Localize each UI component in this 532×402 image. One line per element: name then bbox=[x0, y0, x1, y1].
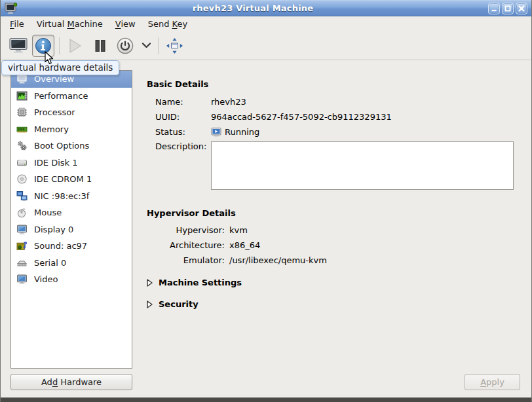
hw-item-label: Overview bbox=[34, 74, 74, 84]
close-button[interactable] bbox=[516, 3, 527, 14]
virtual-machine-window: rhevh23 Virtual Machine File Virtual Mac… bbox=[0, 0, 532, 402]
emulator-value: /usr/libexec/qemu-kvm bbox=[229, 255, 514, 265]
hw-item-label: IDE Disk 1 bbox=[34, 158, 78, 168]
hw-item-label: Display 0 bbox=[34, 225, 73, 234]
console-icon bbox=[9, 37, 28, 54]
menubar: File Virtual Machine View Send Key bbox=[1, 16, 531, 31]
tooltip: virtual hardware details bbox=[1, 60, 119, 75]
minimize-button[interactable] bbox=[488, 3, 500, 14]
add-hardware-button[interactable]: Add Hardware bbox=[10, 374, 132, 390]
hw-item-label: Processor bbox=[34, 107, 75, 117]
hw-item-performance[interactable]: Performance bbox=[11, 88, 132, 105]
hw-item-label: Performance bbox=[34, 91, 88, 101]
pause-icon bbox=[94, 39, 107, 53]
name-value: rhevh23 bbox=[211, 97, 514, 107]
running-vm-icon bbox=[211, 127, 221, 137]
run-button[interactable] bbox=[64, 35, 86, 57]
shutdown-menu-button[interactable] bbox=[139, 35, 153, 57]
machine-settings-expander[interactable]: Machine Settings bbox=[147, 278, 242, 287]
window-bottom-frame bbox=[1, 397, 531, 402]
status-value: Running bbox=[225, 127, 259, 137]
expander-label: Machine Settings bbox=[159, 278, 242, 287]
menu-file[interactable]: File bbox=[10, 19, 24, 29]
mouse-cursor-icon bbox=[44, 51, 54, 68]
processor-icon bbox=[16, 107, 28, 118]
uuid-label: UUID: bbox=[155, 112, 211, 122]
hardware-list: Overview Performance Processor Memory bbox=[10, 70, 132, 369]
titlebar: rhevh23 Virtual Machine bbox=[1, 0, 531, 16]
architecture-value: x86_64 bbox=[229, 240, 514, 250]
boot-options-icon bbox=[16, 140, 28, 151]
hw-item-boot-options[interactable]: Boot Options bbox=[11, 137, 132, 155]
hw-item-nic[interactable]: NIC :98:ec:3f bbox=[11, 188, 132, 205]
menu-view[interactable]: View bbox=[115, 19, 136, 29]
display-icon bbox=[16, 224, 28, 235]
mouse-icon bbox=[16, 207, 28, 218]
chevron-down-icon bbox=[142, 43, 151, 48]
toolbar-separator bbox=[158, 37, 159, 54]
app-window-icon[interactable] bbox=[5, 3, 18, 14]
show-console-button[interactable] bbox=[7, 35, 29, 57]
basic-details-title: Basic Details bbox=[147, 79, 208, 89]
tooltip-text: virtual hardware details bbox=[8, 62, 113, 73]
hypervisor-value: kvm bbox=[229, 225, 514, 235]
hw-item-label: Mouse bbox=[34, 208, 62, 217]
uuid-value: 964accad-5627-f457-5092-cb9112329131 bbox=[211, 112, 514, 122]
menu-virtual-machine[interactable]: Virtual Machine bbox=[37, 19, 103, 29]
close-icon bbox=[517, 4, 526, 13]
expander-label: Security bbox=[159, 299, 199, 309]
security-expander[interactable]: Security bbox=[147, 299, 199, 309]
hw-item-mouse[interactable]: Mouse bbox=[11, 204, 132, 221]
hw-item-label: Serial 0 bbox=[34, 258, 66, 268]
name-label: Name: bbox=[155, 97, 211, 107]
maximize-icon bbox=[503, 4, 512, 13]
hw-item-sound[interactable]: Sound: ac97 bbox=[11, 238, 132, 255]
hypervisor-details-title: Hypervisor Details bbox=[147, 208, 236, 218]
hw-item-label: IDE CDROM 1 bbox=[34, 174, 92, 184]
nic-icon bbox=[16, 191, 28, 202]
hypervisor-label: Hypervisor: bbox=[155, 225, 225, 235]
performance-icon bbox=[16, 90, 28, 101]
hw-item-label: Video bbox=[34, 274, 58, 284]
serial-icon bbox=[16, 257, 28, 268]
hw-item-ide-disk-1[interactable]: IDE Disk 1 bbox=[11, 155, 132, 172]
hw-item-display-0[interactable]: Display 0 bbox=[11, 221, 132, 238]
hw-item-label: Boot Options bbox=[34, 141, 89, 151]
toolbar-separator bbox=[59, 37, 60, 54]
window-title: rhevh23 Virtual Machine bbox=[18, 3, 488, 13]
minimize-icon bbox=[489, 4, 499, 13]
power-icon bbox=[116, 37, 134, 55]
description-label: Description: bbox=[155, 141, 211, 151]
sound-icon bbox=[16, 240, 28, 251]
description-input[interactable] bbox=[211, 141, 514, 190]
hw-item-serial-0[interactable]: Serial 0 bbox=[11, 255, 132, 272]
video-icon bbox=[16, 274, 28, 285]
pause-button[interactable] bbox=[89, 35, 111, 57]
hw-item-label: Memory bbox=[34, 124, 69, 134]
hw-item-memory[interactable]: Memory bbox=[11, 121, 132, 138]
status-label: Status: bbox=[155, 127, 211, 137]
cdrom-icon bbox=[16, 174, 28, 185]
fullscreen-icon bbox=[166, 37, 183, 54]
expander-arrow-icon bbox=[147, 279, 153, 287]
hw-item-processor[interactable]: Processor bbox=[11, 104, 132, 121]
toolbar bbox=[1, 31, 531, 60]
disk-icon bbox=[16, 157, 28, 168]
hw-item-label: NIC :98:ec:3f bbox=[34, 191, 89, 201]
maximize-button[interactable] bbox=[502, 3, 514, 14]
hw-item-ide-cdrom-1[interactable]: IDE CDROM 1 bbox=[11, 171, 132, 188]
emulator-label: Emulator: bbox=[155, 255, 225, 265]
details-pane: Basic Details Name: rhevh23 UUID: 964acc… bbox=[147, 60, 514, 397]
hw-item-label: Sound: ac97 bbox=[34, 241, 87, 251]
memory-icon bbox=[16, 124, 28, 135]
hw-item-video[interactable]: Video bbox=[11, 271, 132, 288]
shutdown-button[interactable] bbox=[114, 35, 136, 57]
content-area: Overview Performance Processor Memory bbox=[1, 60, 531, 397]
fullscreen-button[interactable] bbox=[163, 35, 185, 57]
play-icon bbox=[68, 38, 83, 54]
architecture-label: Architecture: bbox=[155, 240, 225, 250]
menu-send-key[interactable]: Send Key bbox=[148, 19, 187, 29]
expander-arrow-icon bbox=[147, 301, 153, 308]
